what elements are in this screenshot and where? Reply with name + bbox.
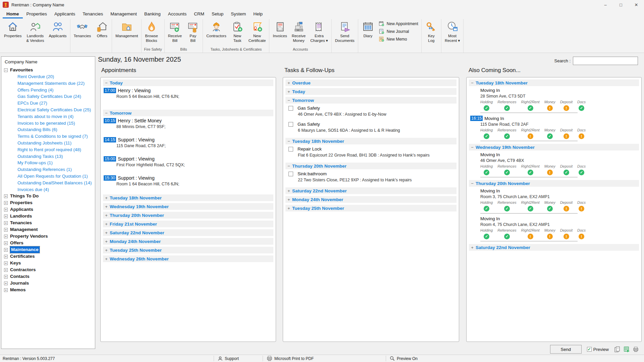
new-memo-button[interactable]: New Memo [379,36,418,42]
expand-icon[interactable]: + [103,256,110,261]
appointment-entry[interactable]: 14:15Support : Viewing115 Dane Road, CT8… [104,137,273,148]
menu-tenancies[interactable]: Tenancies [79,10,107,18]
sidebar-item-favourites[interactable]: −Favourites [4,67,94,73]
tasks-group-monday-24th-november[interactable]: +Monday 24th November [285,196,457,203]
send-button[interactable]: Send [550,345,582,354]
expand-icon[interactable]: + [103,195,110,200]
coming-soon-entry[interactable]: Moving In46 Omer Ave, CT9 4BXHolding✓Ref… [469,152,639,177]
support-segment[interactable]: Support [218,355,239,362]
tasks-group-tuesday-18th-november[interactable]: −Tuesday 18th November [285,138,457,144]
collapse-icon[interactable]: − [469,145,476,150]
expand-icon[interactable]: + [285,89,292,94]
sidebar-item-my-follow-ups[interactable]: My Follow-ups (1) [17,160,94,166]
expand-icon[interactable]: + [4,282,8,285]
tasks-group-tuesday-25th-november[interactable]: +Tuesday 25th November [285,205,457,212]
expand-icon[interactable]: + [285,197,292,202]
expand-icon[interactable]: + [4,288,8,292]
receive-bill-button[interactable]: Receive Bill [166,19,184,43]
expand-icon[interactable]: + [4,248,8,252]
sidebar-section-things-to-do[interactable]: +Things To Do [4,193,94,199]
sidebar-section-journals[interactable]: +Journals [4,280,94,287]
collapse-icon[interactable]: − [103,80,110,85]
sidebar-section-maintenance[interactable]: +Maintenance [4,246,94,253]
tasks-group-saturday-22nd-november[interactable]: +Saturday 22nd November [285,187,457,194]
sidebar-item-electrical-safety-certificates-due[interactable]: Electrical Safety Certificates Due (25) [17,107,94,113]
sidebar-section-applicants[interactable]: +Applicants [4,206,94,213]
sidebar-section-offers[interactable]: +Offers [4,240,94,246]
collapse-icon[interactable]: − [285,98,292,103]
coming-soon-group-tuesday-18th-november[interactable]: −Tuesday 18th November [469,79,639,86]
receive-money-button[interactable]: Receive Money [289,19,308,43]
task-checkbox[interactable] [288,106,293,111]
sidebar-section-tenancies[interactable]: +Tenancies [4,220,94,226]
sidebar-section-property-vendors[interactable]: +Property Vendors [4,233,94,240]
appointments-group-tomorrow[interactable]: −Tomorrow [103,110,273,116]
tasks-group-overdue[interactable]: +Overdue [285,79,457,86]
sidebar-section-management[interactable]: +Management [4,226,94,233]
appointments-group-wednesday-26th-november[interactable]: +Wednesday 26th November [103,255,273,262]
menu-help[interactable]: Help [250,10,266,18]
most-recent-button[interactable]: Most Recent ▾ [442,19,462,43]
search-input[interactable] [573,57,638,65]
task-checkbox[interactable] [288,122,293,127]
sidebar-section-properties[interactable]: +Properties [4,199,94,206]
expand-icon[interactable]: + [4,235,8,238]
offers-button[interactable]: Offers [93,19,111,39]
coming-soon-entry[interactable]: Moving InRoom 3, 75 Church Lane, EX2 AMP… [469,188,639,214]
sidebar-section-contractors[interactable]: +Contractors [4,266,94,273]
maximize-button[interactable]: □ [613,0,629,9]
menu-management[interactable]: Management [107,10,141,18]
printer-segment[interactable]: Microsoft Print to PDF [267,355,314,362]
expand-icon[interactable]: + [4,208,8,212]
invoices-button[interactable]: Invoices [270,19,289,39]
expand-icon[interactable]: + [4,255,8,258]
pay-bill-button[interactable]: Pay Bill [184,19,202,43]
landlords-vendors-button[interactable]: Landlords & Vendors [24,19,46,43]
expand-icon[interactable]: + [4,268,8,272]
expand-icon[interactable]: + [103,222,110,227]
sidebar-item-outstanding-references[interactable]: Outstanding References (1) [17,166,94,173]
coming-soon-group-saturday-22nd-november[interactable]: +Saturday 22nd November [469,244,639,251]
menu-accounts[interactable]: Accounts [164,10,191,18]
sidebar-item-invoices-to-be-generated[interactable]: Invoices to be generated (15) [17,120,94,127]
coming-soon-group-wednesday-19th-november[interactable]: −Wednesday 19th November [469,144,639,150]
appointment-entry[interactable]: 15:30Support : ViewingRoom 1 64 Beacon H… [104,175,273,186]
appointment-entry[interactable]: 17:00Henry : ViewingRoom 5 64 Beacon Hil… [104,88,273,99]
collapse-icon[interactable]: − [285,164,292,169]
collapse-icon[interactable]: − [469,181,476,186]
new-journal-button[interactable]: New Journal [379,28,418,34]
preview-toggle[interactable]: ✓ Preview [587,347,609,352]
sidebar-item-rent-overdue[interactable]: Rent Overdue (20) [17,73,94,80]
menu-properties[interactable]: Properties [23,10,51,18]
collapse-icon[interactable]: − [4,68,8,72]
sidebar-item-outstanding-tasks[interactable]: Outstanding Tasks (13) [17,153,94,160]
export-icon[interactable] [624,346,630,353]
new-certificate-button[interactable]: New Certificate [246,19,268,43]
expand-icon[interactable]: + [285,206,292,211]
management-button[interactable]: Management [113,19,140,39]
sidebar-section-contacts[interactable]: +Contacts [4,273,94,280]
sidebar-item-invoices-due[interactable]: Invoices due (4) [17,186,94,193]
appointments-group-wednesday-19th-november[interactable]: +Wednesday 19th November [103,203,273,210]
key-log-button[interactable]: Key Log [423,19,440,43]
task-checkbox[interactable] [288,147,293,152]
expand-icon[interactable]: + [103,239,110,244]
sidebar-item-outstanding-dealsheet-balances[interactable]: Outstanding DealSheet Balances (14) [17,180,94,186]
appointments-group-tuesday-25th-november[interactable]: +Tuesday 25th November [103,247,273,253]
expand-icon[interactable]: + [4,221,8,225]
menu-system[interactable]: System [227,10,250,18]
menu-applicants[interactable]: Applicants [51,10,79,18]
new-task-button[interactable]: New Task [229,19,246,43]
sidebar-section-memos[interactable]: +Memos [4,287,94,293]
menu-setup[interactable]: Setup [208,10,227,18]
sidebar-item-outstanding-jobsheets[interactable]: Outstanding Jobsheets (11) [17,140,94,146]
appointments-group-saturday-22nd-november[interactable]: +Saturday 22nd November [103,229,273,236]
sidebar-item-all-open-requests-for-quotation[interactable]: All Open Requests for Quotation (1) [17,173,94,180]
coming-soon-entry[interactable]: 16:15Moving In115 Dane Road, CT8 2AFHold… [469,116,639,141]
expand-icon[interactable]: + [4,241,8,245]
sidebar-item-epcs-due[interactable]: EPCs Due (27) [17,100,94,107]
collapse-icon[interactable]: − [469,80,476,85]
expand-icon[interactable]: + [103,213,110,218]
menu-banking[interactable]: Banking [141,10,164,18]
tasks-group-tomorrow[interactable]: −Tomorrow [285,97,457,104]
